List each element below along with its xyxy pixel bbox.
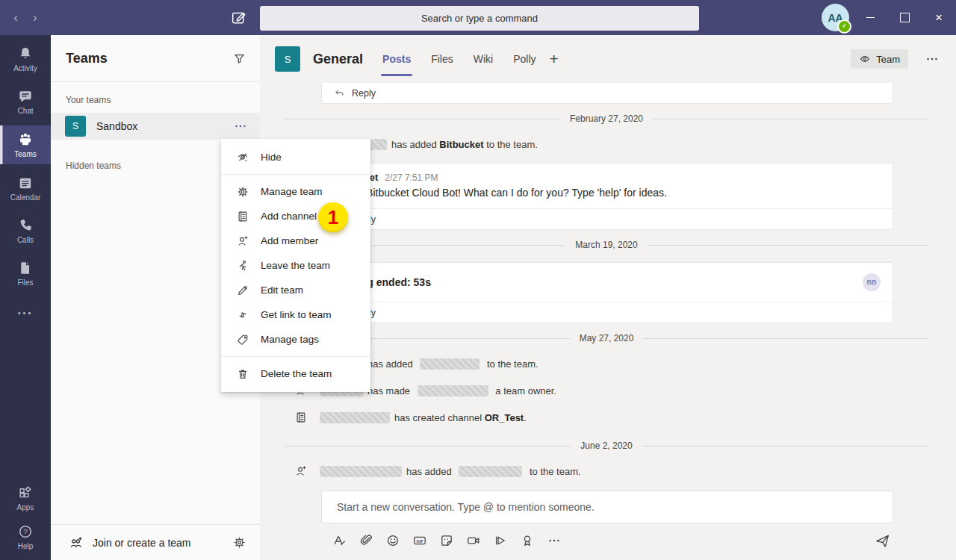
search-input[interactable] (260, 6, 699, 31)
compose-area: GIF (260, 491, 956, 557)
rail-item-label: Calendar (10, 193, 41, 202)
system-message: has created channel OR_Test. (294, 411, 893, 424)
tag-icon (236, 333, 249, 346)
menu-item-add-member[interactable]: Add member (221, 228, 370, 253)
team-row-sandbox[interactable]: S Sandbox (51, 113, 260, 140)
channel-more-options-icon[interactable] (925, 52, 940, 66)
menu-item-label: Add channel (261, 211, 317, 222)
compose-tool-emoji[interactable] (385, 533, 400, 548)
praise-icon (520, 533, 535, 548)
back-icon[interactable]: ‹ (13, 11, 18, 24)
rail-item-calendar[interactable]: Calendar (0, 169, 51, 207)
message-timestamp: 2/27 7:51 PM (385, 172, 438, 183)
compose-tool-format[interactable] (332, 533, 347, 548)
avatar[interactable]: AA ✓ (822, 4, 849, 31)
team-more-options-icon[interactable] (233, 119, 248, 134)
rail-item-files[interactable]: Files (0, 255, 51, 292)
date-divider: June 2, 2020 (284, 441, 929, 451)
rail-item-apps[interactable]: Apps (0, 479, 51, 517)
date-divider: February 27, 2020 (284, 113, 929, 124)
rail-item-activity[interactable]: Activity (0, 40, 51, 78)
forward-icon[interactable]: › (33, 11, 37, 24)
channel-tabs: PostsFilesWikiPolly (382, 35, 536, 83)
menu-item-edit-team[interactable]: Edit team (221, 278, 370, 302)
annotation-number: 1 (328, 206, 338, 229)
rail-item-teams[interactable]: Teams (0, 125, 51, 164)
channel-header: S General PostsFilesWikiPolly + Team (260, 35, 956, 83)
add-tab-button[interactable]: + (550, 50, 559, 68)
system-message-text: has added to the team. (320, 466, 581, 477)
svg-text:?: ? (23, 527, 28, 535)
compose-tool-sticker[interactable] (439, 533, 454, 548)
pencil-icon (236, 284, 249, 297)
compose-toolbar: GIF (332, 532, 893, 550)
compose-tool-more[interactable] (547, 533, 562, 548)
menu-item-label: Manage tags (261, 334, 319, 345)
tab-wiki[interactable]: Wiki (474, 35, 493, 83)
team-name: Sandbox (96, 120, 233, 132)
rail-item-chat[interactable]: Chat (0, 83, 51, 120)
emoji-icon (385, 533, 400, 548)
gear-icon (236, 185, 249, 199)
history-nav: ‹ › (0, 0, 51, 35)
reply-button[interactable]: Reply (322, 302, 893, 323)
tab-files[interactable]: Files (431, 35, 453, 83)
team-avatar: S (65, 116, 86, 137)
status-available-icon: ✓ (837, 19, 851, 34)
menu-item-add-channel[interactable]: Add channel (221, 204, 370, 228)
system-message: has made a team owner. (294, 384, 893, 397)
team-privacy-button[interactable]: Team (851, 49, 908, 69)
bell-icon (17, 46, 34, 62)
rail-item-label: Activity (13, 64, 37, 72)
person-add-icon (236, 234, 249, 248)
leave-icon (236, 259, 249, 273)
rail-item-calls[interactable]: Calls (0, 212, 51, 249)
meeting-title: Meeting ended: 53s (334, 276, 863, 288)
compose-input[interactable] (335, 500, 893, 514)
compose-tool-video[interactable] (466, 533, 481, 548)
rail-more-button[interactable]: ••• (0, 308, 51, 317)
compose-tool-gif[interactable]: GIF (412, 533, 427, 548)
menu-item-delete-the-team[interactable]: Delete the team (221, 361, 370, 386)
rail-item-label: Files (17, 279, 33, 287)
format-icon (332, 533, 347, 548)
rail-item-help[interactable]: ?Help (0, 518, 51, 556)
compose-tool-stream[interactable] (493, 533, 508, 548)
reply-button[interactable]: Reply (322, 208, 893, 229)
menu-item-get-link-to-team[interactable]: Get link to team (221, 302, 370, 327)
system-message: has added Bitbucket to the team. (294, 137, 893, 151)
compose-box[interactable] (321, 491, 893, 523)
rail-item-label: Calls (17, 236, 34, 244)
close-button[interactable]: × (922, 0, 956, 35)
reply-arrow-icon (334, 87, 345, 99)
date-divider: March 19, 2020 (284, 240, 929, 250)
menu-item-manage-tags[interactable]: Manage tags (221, 327, 370, 352)
redacted-name (459, 466, 522, 477)
system-message: has added to the team. (294, 357, 893, 370)
reply-button[interactable]: Reply (322, 83, 893, 103)
join-create-team[interactable]: Join or create a team (51, 524, 260, 560)
send-button[interactable] (875, 533, 890, 549)
maximize-button[interactable] (887, 0, 922, 35)
new-chat-icon[interactable] (230, 9, 247, 26)
minimize-button[interactable] (853, 0, 887, 35)
menu-item-hide[interactable]: Hide (221, 145, 370, 169)
tab-polly[interactable]: Polly (513, 35, 536, 83)
your-teams-label: Your teams (66, 95, 260, 105)
compose-tool-praise[interactable] (520, 533, 535, 548)
reply-label: Reply (352, 88, 376, 99)
menu-item-manage-team[interactable]: Manage team (221, 179, 370, 204)
people-add-icon (69, 535, 84, 550)
join-create-team-label: Join or create a team (93, 537, 232, 549)
hide-icon (236, 151, 249, 164)
filter-icon[interactable] (232, 52, 246, 66)
compose-tool-attach[interactable] (358, 533, 373, 548)
compose-icon (230, 9, 247, 26)
menu-item-leave-the-team[interactable]: Leave the team (221, 253, 370, 278)
date-divider-label: February 27, 2020 (570, 113, 643, 124)
tab-posts[interactable]: Posts (382, 35, 411, 83)
send-icon (875, 533, 890, 549)
sticker-icon (439, 533, 454, 548)
annotation-badge-1: 1 (318, 202, 348, 232)
manage-teams-gear-icon[interactable] (232, 535, 246, 550)
